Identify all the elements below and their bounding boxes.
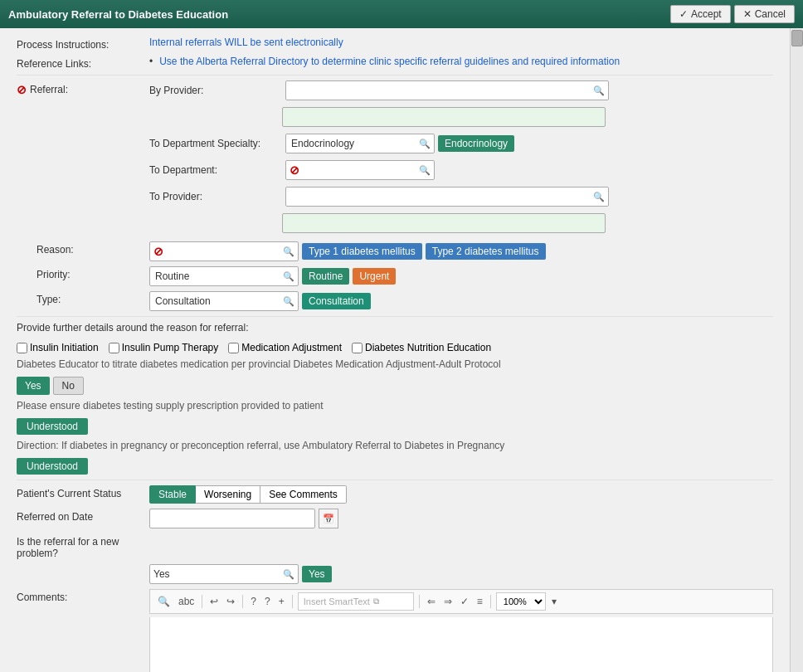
search-icon[interactable]: 🔍 bbox=[593, 85, 605, 96]
priority-input[interactable]: Routine 🔍 bbox=[149, 266, 299, 286]
new-problem-search-icon[interactable]: 🔍 bbox=[283, 569, 294, 580]
toolbar-list-btn[interactable]: ≡ bbox=[474, 595, 485, 608]
reason-tag2[interactable]: Type 2 diabetes mellitus bbox=[426, 243, 546, 260]
accept-button[interactable]: ✓ Accept bbox=[670, 5, 731, 23]
toolbar-redo-btn[interactable]: ↪ bbox=[224, 595, 237, 608]
type-search-icon[interactable]: 🔍 bbox=[283, 296, 294, 307]
type-tag[interactable]: Consultation bbox=[302, 293, 371, 309]
titrate-yes-button[interactable]: Yes bbox=[17, 377, 50, 395]
to-dept-label: To Department: bbox=[149, 164, 282, 176]
toolbar-add-btn[interactable]: + bbox=[276, 595, 287, 608]
checkbox-diabetes-nutrition-input[interactable] bbox=[352, 343, 363, 353]
to-provider-extra-input bbox=[282, 213, 606, 233]
status-stable-button[interactable]: Stable bbox=[149, 485, 196, 504]
reference-links-field: • Use the Alberta Referral Directory to … bbox=[149, 56, 773, 67]
checkbox-insulin-initiation-input[interactable] bbox=[17, 343, 27, 353]
reason-tag1[interactable]: Type 1 diabetes mellitus bbox=[302, 243, 422, 260]
toolbar-check-btn[interactable]: ✓ bbox=[458, 595, 471, 608]
supply-text: Please ensure diabetes testing supply pr… bbox=[17, 400, 324, 411]
type-value: Consultation bbox=[153, 295, 283, 307]
priority-label: Priority: bbox=[17, 266, 149, 280]
by-provider-input[interactable]: 🔍 bbox=[285, 80, 609, 100]
patient-status-field: Stable Worsening See Comments bbox=[149, 485, 773, 504]
to-provider-search-icon[interactable]: 🔍 bbox=[593, 192, 605, 202]
checkbox-insulin-pump-input[interactable] bbox=[109, 343, 119, 353]
cancel-button[interactable]: ✕ Cancel bbox=[734, 5, 795, 23]
titrate-text: Diabetes Educator to titrate diabetes me… bbox=[17, 358, 501, 370]
toolbar-abc-btn[interactable]: abc bbox=[176, 595, 197, 608]
zoom-select[interactable]: 100% 50% 75% 125% 150% bbox=[496, 592, 546, 611]
priority-value: Routine bbox=[153, 270, 283, 282]
referral-fields: By Provider: 🔍 To Department Specialty: … bbox=[149, 80, 773, 236]
checkbox-insulin-initiation[interactable]: Insulin Initiation bbox=[17, 342, 99, 353]
type-input[interactable]: Consultation 🔍 bbox=[149, 291, 299, 311]
referral-label: Referral: bbox=[30, 84, 68, 95]
calendar-icon[interactable]: 📅 bbox=[319, 509, 338, 528]
toolbar-zoom-down-btn[interactable]: ▾ bbox=[549, 595, 559, 608]
priority-search-icon[interactable]: 🔍 bbox=[283, 271, 294, 282]
by-provider-extra bbox=[282, 107, 606, 127]
checkbox-medication-adjustment-input[interactable] bbox=[228, 343, 239, 353]
process-instructions-field: Internal referrals WILL be sent electron… bbox=[149, 37, 773, 48]
priority-row: Priority: Routine 🔍 Routine Urgent bbox=[17, 266, 773, 286]
checkbox-medication-adjustment[interactable]: Medication Adjustment bbox=[228, 342, 342, 353]
toolbar-help-btn[interactable]: ? bbox=[248, 595, 259, 608]
reason-search-icon[interactable]: 🔍 bbox=[283, 246, 294, 257]
to-dept-search-icon[interactable]: 🔍 bbox=[419, 165, 431, 176]
comments-field: 🔍 abc ↩ ↪ ? ? + Insert SmartText ⧉ ⇐ bbox=[149, 589, 773, 672]
reason-row: Reason: ⊘ 🔍 Type 1 diabetes mellitus Typ… bbox=[17, 241, 773, 261]
supply-understood-button[interactable]: Understood bbox=[17, 418, 88, 435]
comments-textarea[interactable] bbox=[149, 617, 773, 672]
scrollbar-thumb[interactable] bbox=[791, 30, 803, 46]
new-problem-label: Is the referral for a new problem? bbox=[17, 533, 149, 559]
dept-specialty-search-icon[interactable]: 🔍 bbox=[419, 139, 431, 149]
priority-urgent-tag[interactable]: Urgent bbox=[353, 268, 396, 285]
new-problem-input[interactable]: Yes 🔍 bbox=[149, 564, 299, 584]
checkbox-diabetes-nutrition[interactable]: Diabetes Nutrition Education bbox=[352, 342, 491, 353]
toolbar-sep1 bbox=[202, 595, 202, 608]
toolbar-help2-btn[interactable]: ? bbox=[262, 595, 273, 608]
checkbox-insulin-pump[interactable]: Insulin Pump Therapy bbox=[109, 342, 219, 353]
to-dept-input[interactable]: ⊘ 🔍 bbox=[285, 160, 435, 180]
to-provider-row: To Provider: 🔍 bbox=[149, 187, 609, 207]
referred-on-date-input[interactable] bbox=[149, 509, 315, 528]
referral-row: ⊘ Referral: By Provider: 🔍 To Departmen bbox=[17, 80, 773, 236]
comments-label: Comments: bbox=[17, 589, 149, 603]
insert-smarttext-input[interactable]: Insert SmartText ⧉ bbox=[298, 592, 414, 611]
by-provider-label: By Provider: bbox=[149, 85, 282, 96]
titrate-row: Diabetes Educator to titrate diabetes me… bbox=[17, 358, 773, 395]
dept-specialty-label: To Department Specialty: bbox=[149, 138, 282, 149]
priority-routine-tag[interactable]: Routine bbox=[302, 268, 349, 285]
new-problem-spacer bbox=[17, 564, 149, 567]
toolbar-sep2 bbox=[242, 595, 243, 608]
date-input-row: 📅 bbox=[149, 509, 338, 528]
toolbar-arrow-left-btn[interactable]: ⇐ bbox=[425, 595, 438, 608]
status-worsening-button[interactable]: Worsening bbox=[196, 485, 260, 504]
to-provider-label: To Provider: bbox=[149, 191, 282, 202]
direction-row: Direction: If diabetes in pregnancy or p… bbox=[17, 440, 773, 475]
reference-links-row: Reference Links: • Use the Alberta Refer… bbox=[17, 56, 773, 70]
to-dept-error-icon: ⊘ bbox=[290, 163, 299, 177]
direction-understood-button[interactable]: Understood bbox=[17, 458, 88, 475]
process-instructions-link[interactable]: Internal referrals WILL be sent electron… bbox=[149, 37, 343, 48]
dept-specialty-row: To Department Specialty: Endocrinology 🔍… bbox=[149, 134, 514, 153]
vertical-scrollbar[interactable] bbox=[790, 28, 803, 672]
status-see-comments-button[interactable]: See Comments bbox=[260, 485, 347, 504]
dept-specialty-input[interactable]: Endocrinology 🔍 bbox=[285, 134, 435, 153]
dept-specialty-tag[interactable]: Endocrinology bbox=[438, 135, 514, 152]
new-problem-input-row: Yes 🔍 Yes bbox=[17, 564, 773, 584]
toolbar-undo-btn[interactable]: ↩ bbox=[207, 595, 221, 608]
referred-on-field: 📅 bbox=[149, 509, 773, 528]
reference-links-label: Reference Links: bbox=[17, 56, 149, 70]
reference-link[interactable]: Use the Alberta Referral Directory to de… bbox=[159, 56, 620, 67]
supply-row: Please ensure diabetes testing supply pr… bbox=[17, 400, 773, 435]
insert-smarttext-icon: ⧉ bbox=[373, 597, 379, 606]
process-instructions-row: Process Instructions: Internal referrals… bbox=[17, 37, 773, 51]
toolbar-search-btn[interactable]: 🔍 bbox=[155, 595, 173, 608]
comments-toolbar: 🔍 abc ↩ ↪ ? ? + Insert SmartText ⧉ ⇐ bbox=[149, 589, 773, 614]
reason-input[interactable]: ⊘ 🔍 bbox=[149, 241, 299, 261]
to-provider-input[interactable]: 🔍 bbox=[285, 187, 609, 207]
new-problem-yes-tag[interactable]: Yes bbox=[302, 566, 332, 582]
titrate-no-button[interactable]: No bbox=[53, 377, 84, 395]
toolbar-arrow-right-btn[interactable]: ⇒ bbox=[441, 595, 455, 608]
